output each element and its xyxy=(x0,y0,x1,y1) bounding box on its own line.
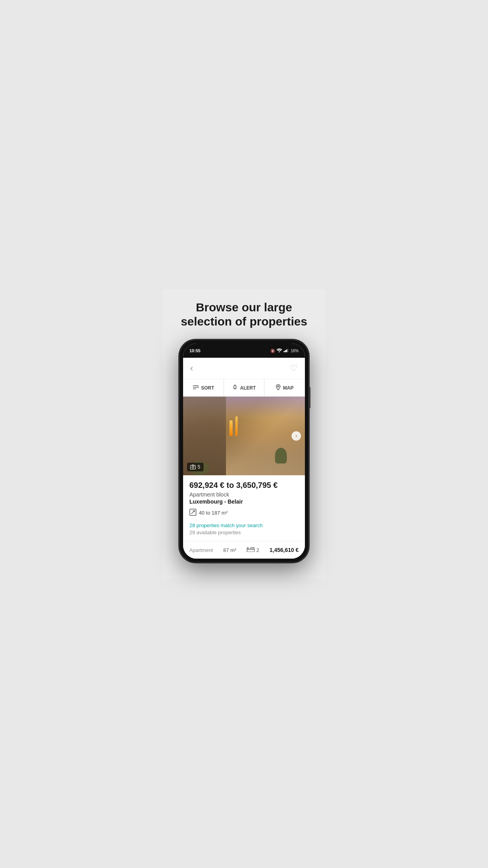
bed-icon xyxy=(247,547,255,553)
favorite-button[interactable]: ♡ xyxy=(290,363,298,373)
status-bar: 10:55 🔇 xyxy=(183,344,305,358)
size-range-text: 40 to 187 m² xyxy=(199,510,227,516)
page-headline: Browse our large selection of properties xyxy=(163,300,325,329)
property-type: Apartment block xyxy=(189,491,299,498)
notch xyxy=(218,344,270,355)
alert-label: ALERT xyxy=(240,385,256,391)
status-time: 10:55 xyxy=(189,348,200,353)
map-pin-icon xyxy=(276,384,281,392)
sort-label: SORT xyxy=(201,385,214,391)
mute-icon: 🔇 xyxy=(270,349,275,353)
svg-rect-17 xyxy=(247,549,254,552)
next-image-button[interactable]: › xyxy=(292,431,301,441)
battery-level: 16% xyxy=(291,349,299,353)
photo-count: 5 xyxy=(187,463,204,471)
property-location: Luxembourg - Belair xyxy=(189,498,299,505)
beds-count: 2 xyxy=(257,547,259,553)
listing-size: 87 m² xyxy=(223,547,236,553)
property-details: 692,924 € to 3,650,795 € Apartment block… xyxy=(183,475,305,535)
map-label: MAP xyxy=(283,385,294,391)
map-button[interactable]: MAP xyxy=(264,379,305,396)
photo-count-number: 5 xyxy=(198,464,200,470)
area-icon xyxy=(189,509,196,517)
svg-point-14 xyxy=(194,466,195,466)
back-button[interactable]: ‹ xyxy=(190,363,193,373)
match-count: 28 properties match your search xyxy=(189,522,299,528)
svg-rect-18 xyxy=(247,548,248,549)
wifi-icon xyxy=(277,348,282,353)
sort-icon xyxy=(193,384,199,391)
svg-rect-1 xyxy=(284,351,285,352)
phone-frame: 10:55 🔇 xyxy=(179,340,309,563)
status-right: 🔇 xyxy=(270,348,299,353)
listing-beds: 2 xyxy=(247,547,259,553)
price-range: 692,924 € to 3,650,795 € xyxy=(189,481,299,490)
listing-price: 1,456,610 € xyxy=(270,547,299,553)
available-count: 29 available properties xyxy=(189,530,299,535)
photo-count-overlay: 5 xyxy=(187,463,204,471)
filter-bar: SORT ALERT xyxy=(183,379,305,397)
app-content: ‹ ♡ xyxy=(183,358,305,559)
phone-screen: 10:55 🔇 xyxy=(183,344,305,559)
svg-rect-2 xyxy=(285,350,286,352)
svg-rect-19 xyxy=(251,548,254,549)
bell-icon xyxy=(232,384,238,392)
svg-rect-4 xyxy=(287,349,288,352)
svg-line-16 xyxy=(191,511,194,514)
svg-point-11 xyxy=(277,386,279,387)
top-nav: ‹ ♡ xyxy=(183,358,305,379)
sort-button[interactable]: SORT xyxy=(183,379,224,396)
svg-point-0 xyxy=(279,351,280,353)
listing-type: Apartment xyxy=(189,547,213,553)
svg-rect-3 xyxy=(286,349,287,352)
property-image[interactable]: 5 › xyxy=(183,397,305,475)
property-size: 40 to 187 m² xyxy=(189,509,299,517)
signal-icon xyxy=(284,348,289,353)
listing-row[interactable]: Apartment 87 m² 2 xyxy=(183,541,305,559)
svg-point-9 xyxy=(235,389,235,390)
alert-button[interactable]: ALERT xyxy=(224,379,265,396)
svg-point-13 xyxy=(192,466,194,468)
